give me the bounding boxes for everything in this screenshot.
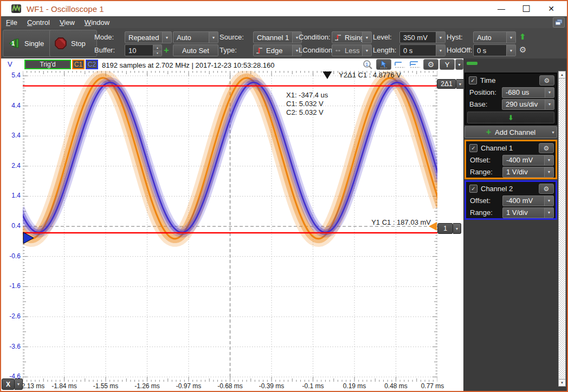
y1-cursor-flag[interactable]: 1 ▼ bbox=[437, 223, 461, 234]
zoom-icon[interactable]: 1 bbox=[361, 60, 374, 70]
chevron-down-icon: ▼ bbox=[436, 32, 445, 43]
y-tick-label: 3.4 bbox=[2, 132, 21, 139]
single-icon: 1 bbox=[8, 37, 21, 50]
length-input[interactable]: 0 s ▼ bbox=[399, 44, 446, 56]
time-gear-icon[interactable]: ⚙ bbox=[539, 75, 554, 86]
position-label: Position: bbox=[467, 88, 502, 96]
mode-select[interactable]: Repeated ▼ bbox=[125, 31, 172, 43]
stop-icon bbox=[54, 37, 67, 50]
buffer-label: Buffer: bbox=[94, 46, 115, 54]
upload-arrow-icon[interactable]: ⬆ bbox=[519, 32, 526, 42]
channel2-checkbox[interactable]: ✓ bbox=[469, 185, 477, 193]
time-expand-button[interactable]: ⬇ bbox=[467, 112, 554, 123]
close-button[interactable]: ✕ bbox=[539, 2, 564, 16]
mode-auto-select[interactable]: Auto ▼ bbox=[173, 31, 218, 43]
channel1-range-select[interactable]: 1 V/div ▼ bbox=[502, 167, 554, 178]
offset-label: Offset: bbox=[468, 156, 502, 164]
y1-cursor-marker[interactable] bbox=[429, 222, 437, 231]
hyst-label: Hyst: bbox=[447, 33, 463, 41]
scope-area: V Trig'd C1 C2 8192 samples at 2.702 MHz… bbox=[1, 58, 463, 391]
source-select[interactable]: Channel 1 ▼ bbox=[253, 31, 302, 43]
channel1-checkbox[interactable]: ✓ bbox=[469, 144, 477, 152]
rising-edge-icon bbox=[334, 34, 341, 41]
pointer-icon bbox=[379, 60, 389, 69]
time-checkbox[interactable]: ✓ bbox=[469, 76, 477, 84]
menu-window[interactable]: Window bbox=[80, 17, 114, 28]
trigger-gear-icon[interactable]: ⚙ bbox=[519, 45, 526, 55]
mode-label: Mode: bbox=[94, 33, 114, 41]
lcondition-select[interactable]: Less ▼ bbox=[332, 44, 372, 56]
time-panel: ✓ Time ⚙ Position: -680 us ▼ Base: 290 u… bbox=[464, 73, 557, 125]
channel1-gear-icon[interactable]: ⚙ bbox=[539, 143, 554, 153]
holdoff-input[interactable]: 0 s ▼ bbox=[473, 44, 516, 56]
y-tick-label: 2.4 bbox=[2, 162, 21, 169]
chevron-down-icon[interactable]: ▼ bbox=[453, 223, 461, 234]
type-select[interactable]: Edge ▼ bbox=[253, 44, 302, 56]
y-tick-label: -0.6 bbox=[2, 252, 21, 260]
single-button[interactable]: 1 Single bbox=[3, 30, 53, 57]
add-channel-button[interactable]: + Add Channel ▼ bbox=[464, 126, 557, 138]
buffer-spinner[interactable]: 10 ▲▼ bbox=[125, 44, 162, 56]
y-axis-unit: V bbox=[8, 60, 12, 68]
channel2-range-select[interactable]: 1 V/div ▼ bbox=[502, 207, 554, 218]
condition-label: Condition: bbox=[299, 33, 331, 41]
y-tick-label: 4.4 bbox=[2, 102, 21, 109]
x-tick-label: -0.1 ms bbox=[294, 382, 332, 390]
spin-up-icon[interactable]: ▲ bbox=[153, 45, 162, 50]
x-axis-flag[interactable]: X ▼ bbox=[2, 378, 23, 390]
level-input[interactable]: 350 mV ▼ bbox=[399, 31, 446, 43]
chevron-down-icon: ▼ bbox=[506, 32, 515, 43]
channel2-offset-select[interactable]: -400 mV ▼ bbox=[502, 195, 554, 206]
chevron-down-icon[interactable]: ▼ bbox=[15, 378, 23, 390]
x-tick-label: 0.19 ms bbox=[335, 382, 373, 390]
stop-label: Stop bbox=[71, 40, 86, 48]
channel1-panel: ✓ Channel 1 ⚙ Offset: -400 mV ▼ Range: 1… bbox=[464, 140, 557, 179]
scrollbar-track[interactable] bbox=[558, 79, 566, 379]
toolbar: 1 Single Stop Mode: Buffer: Repeated ▼ A… bbox=[1, 28, 567, 59]
y-axis-dropdown[interactable]: ▼ bbox=[455, 59, 463, 70]
waveform-plot[interactable] bbox=[23, 71, 437, 382]
cascade-windows-icon[interactable] bbox=[553, 17, 565, 28]
panel-grip-handle[interactable] bbox=[467, 62, 477, 65]
chevron-down-icon: ▼ bbox=[162, 32, 171, 43]
minimize-button[interactable]: — bbox=[489, 2, 514, 16]
chevron-down-icon: ▼ bbox=[544, 196, 553, 206]
channel2-gear-icon[interactable]: ⚙ bbox=[539, 184, 554, 194]
type-label: Type: bbox=[220, 46, 237, 54]
menu-control[interactable]: Control bbox=[22, 17, 55, 28]
y-tick-label: 1.4 bbox=[2, 192, 21, 199]
chevron-down-icon: ▼ bbox=[362, 32, 371, 43]
chevron-down-icon: ▼ bbox=[209, 32, 218, 43]
maximize-button[interactable]: ☐ bbox=[514, 2, 539, 16]
channel1-badge[interactable]: C1 bbox=[72, 60, 85, 69]
svg-text:1: 1 bbox=[365, 62, 368, 67]
plot-settings-button[interactable]: ⚙ bbox=[423, 59, 438, 70]
menu-view[interactable]: View bbox=[55, 17, 80, 28]
channel1-offset-select[interactable]: -400 mV ▼ bbox=[502, 155, 554, 166]
auto-set-button[interactable]: Auto Set bbox=[173, 44, 218, 56]
y-axis-button[interactable]: Y bbox=[440, 59, 455, 70]
channel2-badge[interactable]: C2 bbox=[86, 60, 98, 69]
hyst-select[interactable]: Auto ▼ bbox=[473, 31, 516, 43]
edge-icon bbox=[256, 47, 263, 54]
y2-cursor-flag[interactable]: 2Δ1 ▼ bbox=[437, 79, 464, 89]
x-cursors-icon[interactable] bbox=[393, 60, 407, 70]
scrollbar-down-button[interactable]: ▼ bbox=[558, 379, 566, 387]
scrollbar-up-button[interactable]: ▲ bbox=[558, 71, 566, 79]
condition-select[interactable]: Rising ▼ bbox=[332, 31, 372, 43]
spin-up-icon: ▲ bbox=[560, 73, 564, 76]
pointer-tool-button[interactable] bbox=[376, 59, 391, 70]
window-title: WF1 - Oscilloscope 1 bbox=[27, 4, 104, 14]
position-select[interactable]: -680 us ▼ bbox=[502, 87, 554, 98]
y-tick-label: 0.4 bbox=[2, 222, 21, 230]
range-label: Range: bbox=[468, 208, 502, 217]
less-icon bbox=[334, 47, 341, 54]
xy-cursors-icon[interactable] bbox=[408, 60, 422, 70]
menu-file[interactable]: File bbox=[1, 17, 22, 28]
base-select[interactable]: 290 us/div ▼ bbox=[502, 99, 554, 110]
spin-down-icon[interactable]: ▼ bbox=[153, 50, 162, 56]
add-buffer-icon[interactable]: + bbox=[164, 45, 169, 56]
stop-button[interactable]: Stop bbox=[49, 30, 97, 57]
x-tick-label: 0.77 ms bbox=[414, 382, 451, 390]
gear-icon: ⚙ bbox=[428, 60, 435, 69]
